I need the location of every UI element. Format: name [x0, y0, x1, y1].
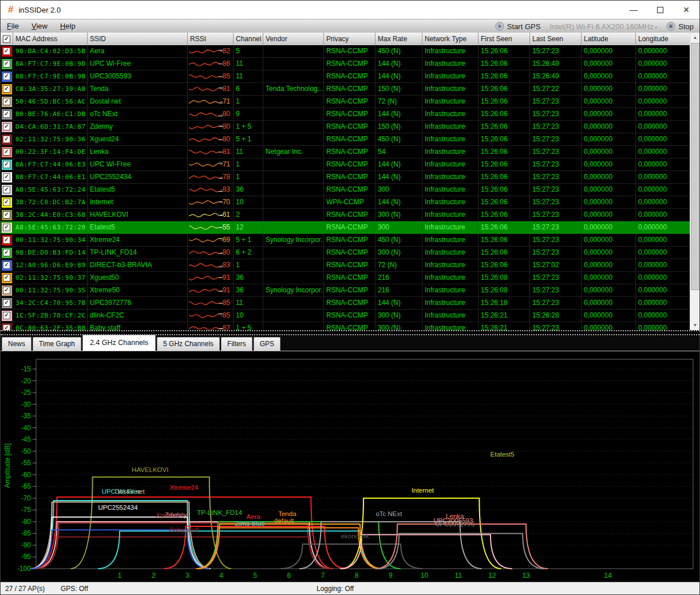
wifi-adapter-select[interactable]: Intel(R) Wi-Fi 6 AX200 160MHz▾ [549, 22, 657, 31]
menu-file[interactable]: File [1, 19, 25, 33]
table-row[interactable]: ✓00:11:32:75:90:35Xtreme50-9136Synology … [1, 284, 691, 297]
rssi-value: -80 [220, 133, 230, 145]
table-row[interactable]: ✓8A:F7:C7:44:06:E3UPC Wi-Free-711RSNA-CC… [1, 158, 691, 171]
row-checkbox[interactable]: ✓ [1, 146, 13, 158]
row-checkbox[interactable]: ✓ [1, 247, 13, 259]
row-checkbox[interactable]: ✓ [1, 234, 13, 247]
network-label-Xtreme24: Xtreme24 [169, 484, 198, 491]
tab-5-ghz-channels[interactable]: 5 GHz Channels [157, 337, 220, 351]
tab-2-4-ghz-channels[interactable]: 2.4 GHz Channels [82, 335, 156, 351]
rssi-sparkline [189, 260, 224, 271]
start-gps-button[interactable]: Start GPS [495, 22, 541, 31]
menu-help[interactable]: Help [54, 19, 82, 33]
table-row[interactable]: ✓00:11:32:75:90:34Xtreme24-695 + 1Synolo… [1, 234, 691, 247]
scroll-down-icon[interactable]: ▼ [690, 320, 700, 330]
row-checkbox[interactable]: ✓ [1, 133, 13, 146]
row-checkbox[interactable]: ✓ [1, 310, 13, 322]
cell-channel: 1 [234, 259, 263, 272]
menu-view[interactable]: View [25, 19, 54, 33]
row-checkbox[interactable]: ✓ [1, 83, 13, 96]
column-header-privacy[interactable]: Privacy [324, 33, 375, 45]
column-header-channel[interactable]: Channel [234, 33, 263, 45]
table-row[interactable]: ✓B0:BE:76:A6:C1:DBoTc NExt-809RSNA-CCMP1… [1, 108, 691, 121]
cell-vendor [263, 171, 324, 184]
cell-network_type: Infrastructure [422, 247, 478, 259]
table-row[interactable]: ✓1C:5F:2B:70:CF:2Cdlink-CF2C-8510RSNA-CC… [1, 310, 691, 322]
row-checkbox[interactable]: ✓ [1, 58, 13, 70]
scroll-up-icon[interactable]: ▲ [690, 33, 700, 42]
table-row[interactable]: ✓88:F7:C7:9E:0B:9BUPC3005593-8511RSNA-CC… [1, 70, 691, 83]
table-row[interactable]: ✓A8:5E:45:63:72:20Etatest5-5512RSNA-CCMP… [1, 221, 691, 234]
stop-button[interactable]: Stop [666, 22, 694, 31]
vertical-scrollbar[interactable]: ▲ ▼ [690, 33, 699, 330]
cell-privacy: RSNA-CCMP [324, 184, 375, 196]
row-checkbox[interactable]: ✓ [1, 184, 13, 196]
cell-last_seen: 15:27:23 [530, 209, 582, 221]
row-checkbox[interactable]: ✓ [1, 70, 13, 83]
network-label-Xguest24: Xguest24 [156, 511, 184, 518]
row-checkbox[interactable]: ✓ [1, 221, 13, 234]
checkbox-icon: ✓ [3, 312, 10, 319]
table-row[interactable]: ✓88:F7:C7:44:06:E1UPC2552434-781RSNA-CCM… [1, 171, 691, 184]
column-header-rssi[interactable]: RSSI [188, 33, 234, 45]
svg-text:-90: -90 [21, 541, 31, 549]
checkbox-icon: ✓ [3, 199, 10, 206]
table-row[interactable]: ✓02:11:32:75:90:36Xguest24-805 + 1RSNA-C… [1, 133, 691, 146]
checkbox-icon: ✓ [3, 85, 10, 93]
tab-time-graph[interactable]: Time Graph [33, 337, 81, 351]
cell-first_seen: 15:26:08 [478, 284, 530, 297]
cell-rssi: -69 [188, 234, 234, 247]
column-header-longitude[interactable]: Longitude [636, 33, 691, 45]
row-checkbox[interactable]: ✓ [1, 322, 13, 330]
table-row[interactable]: ✓50:46:5D:BC:56:ACDostal net-711RSNA-CCM… [1, 96, 691, 108]
channels-graph: -15-20-25-30-35-40-45-50-55-60-65-70-75-… [1, 351, 700, 582]
table-row[interactable]: ✓00:22:3F:14:F4:DELenka-8111Netgear Inc.… [1, 146, 691, 158]
network-label-Dostal-net: Dostal net [115, 488, 145, 495]
row-checkbox[interactable]: ✓ [1, 259, 13, 272]
cell-latitude: 0,000000 [582, 58, 636, 70]
row-checkbox[interactable]: ✓ [1, 158, 13, 171]
tab-filters[interactable]: Filters [221, 337, 252, 351]
row-checkbox[interactable]: ✓ [1, 171, 13, 184]
column-header-latitude[interactable]: Latitude [582, 33, 636, 45]
table-row[interactable]: ✓38:2C:4A:E0:C3:68HAVELKOVI-612RSNA-CCMP… [1, 209, 691, 221]
row-checkbox[interactable]: ✓ [1, 96, 13, 108]
row-checkbox[interactable]: ✓ [1, 45, 13, 58]
close-button[interactable]: × [673, 1, 699, 19]
tab-gps[interactable]: GPS [254, 337, 280, 351]
row-checkbox[interactable]: ✓ [1, 272, 13, 284]
row-checkbox[interactable]: ✓ [1, 108, 13, 121]
table-row[interactable]: ✓98:DA:C4:02:D3:5BAera-825RSNA-CCMP450 (… [1, 45, 691, 58]
table-row[interactable]: ✓98:DE:D0:B3:FD:14TP-LINK_FD14-806 + 2RS… [1, 247, 691, 259]
column-header-vendor[interactable]: Vendor [263, 33, 324, 45]
column-header-ssid[interactable]: SSID [88, 33, 188, 45]
row-checkbox[interactable]: ✓ [1, 196, 13, 209]
column-header-last-seen[interactable]: Last Seen [530, 33, 582, 45]
cell-max_rate: 144 (N) [375, 171, 422, 184]
table-row[interactable]: ✓38:72:C0:DC:B2:7AInternet-7010WPA-CCMP1… [1, 196, 691, 209]
select-all-checkbox[interactable]: ✓ [1, 33, 13, 45]
column-header-network-type[interactable]: Network Type [422, 33, 478, 45]
row-checkbox[interactable]: ✓ [1, 209, 13, 221]
column-header-mac-address[interactable]: MAC Address [13, 33, 88, 45]
maximize-button[interactable] [647, 1, 673, 19]
row-checkbox[interactable]: ✓ [1, 121, 13, 133]
table-row[interactable]: ✓A8:5E:45:63:72:24Etatest5-8336RSNA-CCMP… [1, 184, 691, 196]
cell-longitude: 0,000000 [636, 247, 691, 259]
table-row[interactable]: ✓02:11:32:75:90:37Xguest50-9136RSNA-CCMP… [1, 272, 691, 284]
network-color-swatch: ✓ [2, 46, 12, 57]
table-row[interactable]: ✓D4:CA:6D:31:7A:87Zdenny-801 + 5RSNA-CCM… [1, 121, 691, 133]
table-row[interactable]: ✓0C:80:63:2F:35:B8Baby staff-871 + 5RSNA… [1, 322, 691, 330]
table-row[interactable]: ✓8A:F7:C7:9E:0B:9DUPC Wi-Free-8611RSNA-C… [1, 58, 691, 70]
column-header-first-seen[interactable]: First Seen [478, 33, 530, 45]
chevron-down-icon: ▾ [655, 25, 658, 30]
table-row[interactable]: ✓12:A0:96:D6:E9:89DIRECT-b3-BRAVIA-831RS… [1, 259, 691, 272]
column-header-max-rate[interactable]: Max Rate [375, 33, 422, 45]
tab-news[interactable]: News [2, 337, 31, 351]
table-row[interactable]: ✓34:2C:C4:70:95:78UPC3972776-8511RSNA-CC… [1, 297, 691, 310]
table-row[interactable]: ✓C8:3A:35:27:39:A8Tenda-816Tenda Technol… [1, 83, 691, 96]
row-checkbox[interactable]: ✓ [1, 284, 13, 297]
scrollbar-thumb[interactable] [691, 43, 700, 290]
minimize-button[interactable]: — [620, 1, 647, 19]
row-checkbox[interactable]: ✓ [1, 297, 13, 310]
